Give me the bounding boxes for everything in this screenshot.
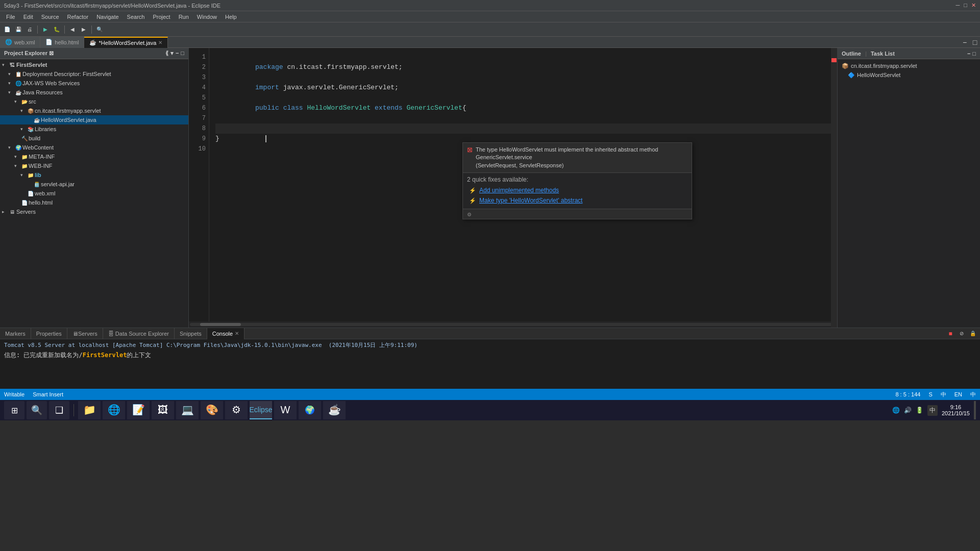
taskbar-settings[interactable]: ⚙: [225, 401, 248, 419]
taskbar-browser[interactable]: 🌐: [103, 401, 125, 419]
tree-servlet-file[interactable]: ☕ HelloWordServlet.java: [0, 115, 188, 124]
outline-title: Outline: [842, 51, 861, 57]
console-stop-btn[interactable]: ■: [945, 329, 955, 339]
quickfix-item-1[interactable]: ⚡ Add unimplemented methods: [467, 185, 688, 195]
taskbar-java[interactable]: ☕: [323, 401, 346, 419]
search-button[interactable]: 🔍: [27, 401, 47, 419]
tree-hellohtml-file[interactable]: 📄 hello.html: [0, 198, 188, 207]
tree-package[interactable]: ▾ 📦 cn.itcast.firstmyapp.servlet: [0, 106, 188, 115]
tree-java-resources[interactable]: ▾ ☕ Java Resources: [0, 88, 188, 97]
code-line-8[interactable]: [215, 123, 837, 134]
run-button[interactable]: ▶: [40, 24, 51, 35]
code-line-5: public class HelloWordServlet extends Ge…: [215, 93, 837, 103]
scroll-thumb[interactable]: [200, 323, 241, 326]
tab-snippets[interactable]: Snippets: [175, 328, 207, 339]
status-lang-en: EN: [954, 391, 962, 397]
menu-project[interactable]: Project: [149, 13, 174, 21]
tree-src[interactable]: ▾ 📂 src: [0, 97, 188, 106]
tree-webxml-file[interactable]: 📄 web.xml: [0, 189, 188, 198]
taskbar-photos[interactable]: 🖼: [152, 401, 174, 419]
taskbar-chrome[interactable]: 🌍: [299, 401, 321, 419]
quickfix-link-1[interactable]: Add unimplemented methods: [479, 187, 559, 194]
tree-servlet-jar[interactable]: 🫙 servlet-api.jar: [0, 180, 188, 189]
servlet-name-bold: FirstServlet: [83, 352, 127, 359]
taskbar-paint[interactable]: 🎨: [201, 401, 223, 419]
menu-navigate[interactable]: Navigate: [92, 13, 122, 21]
sidebar-minimize-btn[interactable]: −: [176, 50, 179, 57]
quickfix-item-2[interactable]: ⚡ Make type 'HelloWordServlet' abstract: [467, 195, 688, 206]
tab-console[interactable]: Console ✕: [207, 328, 244, 339]
quickfix-link-2[interactable]: Make type 'HelloWordServlet' abstract: [479, 197, 582, 204]
tree-libraries[interactable]: ▾ 📚 Libraries: [0, 124, 188, 134]
tree-servers[interactable]: ▸ 🖥 Servers: [0, 207, 188, 216]
menu-edit[interactable]: Edit: [19, 13, 37, 21]
tree-lib[interactable]: ▾ 📁 lib: [0, 170, 188, 180]
tab-properties[interactable]: Properties: [31, 328, 67, 339]
line-numbers: 1 2 3 4 5 6 7 8 9 10: [189, 48, 209, 321]
tab-helloworldservlet-close[interactable]: ✕: [158, 40, 162, 45]
outline-sep: |: [865, 51, 867, 57]
minimize-btn[interactable]: ─: [956, 2, 960, 9]
taskbar-ime-indicator[interactable]: 中: [927, 405, 938, 416]
close-btn[interactable]: ✕: [971, 2, 976, 9]
tab-console-close[interactable]: ✕: [235, 331, 239, 336]
status-insert-mode: Smart Insert: [33, 391, 63, 397]
menu-window[interactable]: Window: [193, 13, 221, 21]
tab-markers[interactable]: Markers: [0, 328, 31, 339]
fix-icon-1: ⚡: [469, 187, 476, 194]
tree-deployment[interactable]: ▾ 📋 Deployment Descriptor: FirstServlet: [0, 69, 188, 79]
task-view-button[interactable]: ❑: [49, 401, 69, 419]
tab-servers[interactable]: 🖥 Servers: [67, 328, 103, 339]
tab-datasource[interactable]: 🗄 Data Source Explorer: [103, 328, 175, 339]
sidebar-collapse-btn[interactable]: ⟪: [165, 50, 168, 57]
search-toolbar-button[interactable]: 🔍: [94, 24, 105, 35]
menu-refactor[interactable]: Refactor: [63, 13, 93, 21]
tab-hellohtml[interactable]: 📄 hello.html: [40, 37, 84, 48]
tab-hellohtml-icon: 📄: [45, 39, 53, 45]
outline-maximize-btn[interactable]: □: [972, 51, 976, 57]
taskbar-computer[interactable]: 💻: [176, 401, 199, 419]
menu-run[interactable]: Run: [175, 13, 193, 21]
sidebar-maximize-btn[interactable]: □: [181, 50, 184, 57]
taskbar-word[interactable]: W: [274, 401, 297, 419]
maximize-editor-btn[interactable]: □: [970, 37, 980, 47]
start-button[interactable]: ⊞: [4, 401, 24, 419]
tab-helloworldservlet[interactable]: ☕ *HelloWordServlet.java ✕: [84, 37, 168, 48]
minimize-editor-btn[interactable]: −: [960, 37, 970, 47]
console-clear-btn[interactable]: ⊘: [957, 329, 967, 339]
tab-properties-label: Properties: [36, 331, 62, 337]
menu-source[interactable]: Source: [37, 13, 63, 21]
outline-minimize-btn[interactable]: −: [967, 51, 970, 57]
tree-metainf[interactable]: ▾ 📁 META-INF: [0, 152, 188, 161]
outline-package[interactable]: 📦 cn.itcast.firstmyapp.servlet: [838, 61, 980, 70]
console-scroll-lock-btn[interactable]: 🔒: [968, 329, 978, 339]
sidebar-menu-btn[interactable]: ▾: [170, 50, 174, 57]
tree-arrow: ▾: [8, 71, 14, 77]
tree-build[interactable]: 🔨 build: [0, 134, 188, 143]
taskbar-file-explorer[interactable]: 📁: [78, 401, 101, 419]
tab-webxml[interactable]: 🌐 web.xml: [0, 37, 40, 48]
tree-webcontent[interactable]: ▾ 🌍 WebContent: [0, 143, 188, 152]
menu-search[interactable]: Search: [123, 13, 149, 21]
sidebar-tree: ▾ 🏗 FirstServlet ▾ 📋 Deployment Descript…: [0, 59, 188, 328]
tab-console-label: Console: [212, 331, 233, 337]
tree-firstservlet[interactable]: ▾ 🏗 FirstServlet: [0, 60, 188, 69]
forward-button[interactable]: ▶: [79, 24, 89, 35]
maximize-btn[interactable]: □: [964, 2, 967, 9]
menu-help[interactable]: Help: [221, 13, 241, 21]
back-button[interactable]: ◀: [67, 24, 78, 35]
save-button[interactable]: 💾: [13, 24, 23, 35]
tree-webinf[interactable]: ▾ 📁 WEB-INF: [0, 161, 188, 170]
debug-button[interactable]: 🐛: [52, 24, 62, 35]
tree-arrow: ▾: [8, 145, 14, 150]
menu-file[interactable]: File: [2, 13, 19, 21]
tree-jaxws[interactable]: ▾ 🌐 JAX-WS Web Services: [0, 79, 188, 88]
new-button[interactable]: 📄: [2, 24, 12, 35]
taskbar-eclipse[interactable]: Eclipse: [250, 401, 272, 419]
taskbar-notepad[interactable]: 📝: [127, 401, 150, 419]
show-desktop-btn[interactable]: [974, 401, 976, 419]
horizontal-scrollbar[interactable]: [189, 321, 837, 328]
outline-class[interactable]: 🔷 HelloWordServlet: [838, 70, 980, 80]
tree-label: hello.html: [29, 199, 53, 206]
print-button[interactable]: 🖨: [24, 24, 35, 35]
